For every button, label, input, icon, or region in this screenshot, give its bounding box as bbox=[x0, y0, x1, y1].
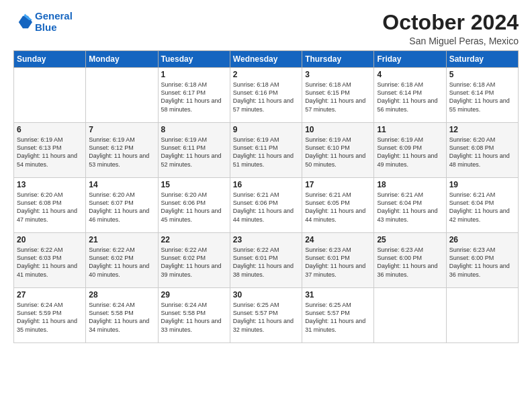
col-header-wednesday: Wednesday bbox=[230, 51, 302, 68]
calendar-cell: 18Sunrise: 6:21 AM Sunset: 6:04 PM Dayli… bbox=[374, 178, 446, 233]
logo-area: General Blue bbox=[13, 11, 73, 33]
cell-daylight-info: Sunrise: 6:25 AM Sunset: 5:57 PM Dayligh… bbox=[305, 301, 371, 334]
calendar-week-row: 20Sunrise: 6:22 AM Sunset: 6:03 PM Dayli… bbox=[14, 233, 519, 288]
calendar-cell bbox=[374, 288, 446, 343]
cell-daylight-info: Sunrise: 6:22 AM Sunset: 6:03 PM Dayligh… bbox=[17, 246, 83, 279]
calendar-cell: 14Sunrise: 6:20 AM Sunset: 6:07 PM Dayli… bbox=[86, 178, 158, 233]
logo-icon bbox=[13, 13, 32, 32]
calendar-cell: 2Sunrise: 6:18 AM Sunset: 6:16 PM Daylig… bbox=[230, 68, 302, 123]
cell-daylight-info: Sunrise: 6:19 AM Sunset: 6:11 PM Dayligh… bbox=[161, 136, 227, 169]
day-number: 26 bbox=[449, 235, 515, 244]
col-header-monday: Monday bbox=[86, 51, 158, 68]
day-number: 29 bbox=[161, 290, 227, 300]
cell-daylight-info: Sunrise: 6:23 AM Sunset: 6:00 PM Dayligh… bbox=[449, 246, 515, 279]
calendar-cell: 20Sunrise: 6:22 AM Sunset: 6:03 PM Dayli… bbox=[14, 233, 86, 288]
calendar-cell bbox=[86, 68, 158, 123]
calendar-cell bbox=[14, 68, 86, 123]
cell-daylight-info: Sunrise: 6:21 AM Sunset: 6:05 PM Dayligh… bbox=[305, 191, 371, 224]
day-number: 3 bbox=[305, 70, 371, 79]
day-number: 6 bbox=[17, 125, 83, 134]
day-number: 16 bbox=[233, 180, 299, 189]
col-header-tuesday: Tuesday bbox=[158, 51, 230, 68]
day-number: 22 bbox=[161, 235, 227, 244]
day-number: 9 bbox=[233, 125, 299, 134]
cell-daylight-info: Sunrise: 6:23 AM Sunset: 6:01 PM Dayligh… bbox=[305, 246, 371, 279]
cell-daylight-info: Sunrise: 6:19 AM Sunset: 6:10 PM Dayligh… bbox=[305, 136, 371, 169]
col-header-thursday: Thursday bbox=[302, 51, 374, 68]
cell-daylight-info: Sunrise: 6:24 AM Sunset: 5:58 PM Dayligh… bbox=[161, 301, 227, 334]
calendar-header-row: SundayMondayTuesdayWednesdayThursdayFrid… bbox=[14, 51, 519, 68]
calendar-cell: 28Sunrise: 6:24 AM Sunset: 5:58 PM Dayli… bbox=[86, 288, 158, 343]
calendar-cell: 4Sunrise: 6:18 AM Sunset: 6:14 PM Daylig… bbox=[374, 68, 446, 123]
logo-text: General Blue bbox=[35, 11, 73, 33]
day-number: 8 bbox=[161, 125, 227, 134]
calendar-cell: 16Sunrise: 6:21 AM Sunset: 6:06 PM Dayli… bbox=[230, 178, 302, 233]
calendar-cell: 30Sunrise: 6:25 AM Sunset: 5:57 PM Dayli… bbox=[230, 288, 302, 343]
calendar-week-row: 1Sunrise: 6:18 AM Sunset: 6:17 PM Daylig… bbox=[14, 68, 519, 123]
cell-daylight-info: Sunrise: 6:22 AM Sunset: 6:02 PM Dayligh… bbox=[161, 246, 227, 279]
page-container: General Blue October 2024 San Miguel Per… bbox=[0, 0, 532, 350]
day-number: 20 bbox=[17, 235, 83, 244]
day-number: 30 bbox=[233, 290, 299, 300]
day-number: 21 bbox=[89, 235, 154, 244]
col-header-friday: Friday bbox=[374, 51, 446, 68]
cell-daylight-info: Sunrise: 6:21 AM Sunset: 6:04 PM Dayligh… bbox=[449, 191, 515, 224]
cell-daylight-info: Sunrise: 6:24 AM Sunset: 5:59 PM Dayligh… bbox=[17, 301, 83, 334]
cell-daylight-info: Sunrise: 6:18 AM Sunset: 6:14 PM Dayligh… bbox=[377, 81, 443, 113]
calendar-cell: 11Sunrise: 6:19 AM Sunset: 6:09 PM Dayli… bbox=[374, 123, 446, 178]
day-number: 10 bbox=[305, 125, 371, 134]
day-number: 18 bbox=[377, 180, 443, 189]
calendar-cell: 19Sunrise: 6:21 AM Sunset: 6:04 PM Dayli… bbox=[446, 178, 518, 233]
cell-daylight-info: Sunrise: 6:19 AM Sunset: 6:12 PM Dayligh… bbox=[89, 136, 154, 169]
title-area: October 2024 San Miguel Peras, Mexico bbox=[382, 11, 519, 46]
svg-marker-0 bbox=[19, 15, 32, 28]
calendar-week-row: 6Sunrise: 6:19 AM Sunset: 6:13 PM Daylig… bbox=[14, 123, 519, 178]
calendar-cell: 3Sunrise: 6:18 AM Sunset: 6:15 PM Daylig… bbox=[302, 68, 374, 123]
calendar-cell: 17Sunrise: 6:21 AM Sunset: 6:05 PM Dayli… bbox=[302, 178, 374, 233]
cell-daylight-info: Sunrise: 6:18 AM Sunset: 6:14 PM Dayligh… bbox=[449, 81, 515, 113]
cell-daylight-info: Sunrise: 6:19 AM Sunset: 6:11 PM Dayligh… bbox=[233, 136, 299, 169]
calendar-cell: 21Sunrise: 6:22 AM Sunset: 6:02 PM Dayli… bbox=[86, 233, 158, 288]
calendar-cell: 5Sunrise: 6:18 AM Sunset: 6:14 PM Daylig… bbox=[446, 68, 518, 123]
calendar-cell: 8Sunrise: 6:19 AM Sunset: 6:11 PM Daylig… bbox=[158, 123, 230, 178]
calendar-cell: 27Sunrise: 6:24 AM Sunset: 5:59 PM Dayli… bbox=[14, 288, 86, 343]
cell-daylight-info: Sunrise: 6:22 AM Sunset: 6:02 PM Dayligh… bbox=[89, 246, 154, 279]
day-number: 15 bbox=[161, 180, 227, 189]
cell-daylight-info: Sunrise: 6:20 AM Sunset: 6:08 PM Dayligh… bbox=[449, 136, 515, 169]
day-number: 12 bbox=[449, 125, 515, 134]
location-subtitle: San Miguel Peras, Mexico bbox=[382, 36, 519, 46]
month-title: October 2024 bbox=[382, 11, 519, 34]
day-number: 5 bbox=[449, 70, 515, 79]
calendar-cell: 26Sunrise: 6:23 AM Sunset: 6:00 PM Dayli… bbox=[446, 233, 518, 288]
day-number: 25 bbox=[377, 235, 443, 244]
cell-daylight-info: Sunrise: 6:21 AM Sunset: 6:04 PM Dayligh… bbox=[377, 191, 443, 224]
calendar-cell: 1Sunrise: 6:18 AM Sunset: 6:17 PM Daylig… bbox=[158, 68, 230, 123]
calendar-table: SundayMondayTuesdayWednesdayThursdayFrid… bbox=[13, 50, 519, 343]
day-number: 4 bbox=[377, 70, 443, 79]
calendar-cell: 25Sunrise: 6:23 AM Sunset: 6:00 PM Dayli… bbox=[374, 233, 446, 288]
cell-daylight-info: Sunrise: 6:19 AM Sunset: 6:13 PM Dayligh… bbox=[17, 136, 83, 169]
day-number: 23 bbox=[233, 235, 299, 244]
calendar-cell: 13Sunrise: 6:20 AM Sunset: 6:08 PM Dayli… bbox=[14, 178, 86, 233]
day-number: 1 bbox=[161, 70, 227, 79]
cell-daylight-info: Sunrise: 6:25 AM Sunset: 5:57 PM Dayligh… bbox=[233, 301, 299, 334]
day-number: 14 bbox=[89, 180, 154, 189]
cell-daylight-info: Sunrise: 6:22 AM Sunset: 6:01 PM Dayligh… bbox=[233, 246, 299, 279]
col-header-sunday: Sunday bbox=[14, 51, 86, 68]
calendar-cell: 12Sunrise: 6:20 AM Sunset: 6:08 PM Dayli… bbox=[446, 123, 518, 178]
calendar-cell: 29Sunrise: 6:24 AM Sunset: 5:58 PM Dayli… bbox=[158, 288, 230, 343]
cell-daylight-info: Sunrise: 6:18 AM Sunset: 6:17 PM Dayligh… bbox=[161, 81, 227, 113]
calendar-week-row: 27Sunrise: 6:24 AM Sunset: 5:59 PM Dayli… bbox=[14, 288, 519, 343]
col-header-saturday: Saturday bbox=[446, 51, 518, 68]
day-number: 2 bbox=[233, 70, 299, 79]
cell-daylight-info: Sunrise: 6:23 AM Sunset: 6:00 PM Dayligh… bbox=[377, 246, 443, 279]
day-number: 31 bbox=[305, 290, 371, 300]
calendar-cell: 7Sunrise: 6:19 AM Sunset: 6:12 PM Daylig… bbox=[86, 123, 158, 178]
cell-daylight-info: Sunrise: 6:19 AM Sunset: 6:09 PM Dayligh… bbox=[377, 136, 443, 169]
cell-daylight-info: Sunrise: 6:24 AM Sunset: 5:58 PM Dayligh… bbox=[89, 301, 154, 334]
calendar-cell: 10Sunrise: 6:19 AM Sunset: 6:10 PM Dayli… bbox=[302, 123, 374, 178]
cell-daylight-info: Sunrise: 6:20 AM Sunset: 6:06 PM Dayligh… bbox=[161, 191, 227, 224]
calendar-cell bbox=[446, 288, 518, 343]
cell-daylight-info: Sunrise: 6:18 AM Sunset: 6:16 PM Dayligh… bbox=[233, 81, 299, 113]
calendar-cell: 15Sunrise: 6:20 AM Sunset: 6:06 PM Dayli… bbox=[158, 178, 230, 233]
